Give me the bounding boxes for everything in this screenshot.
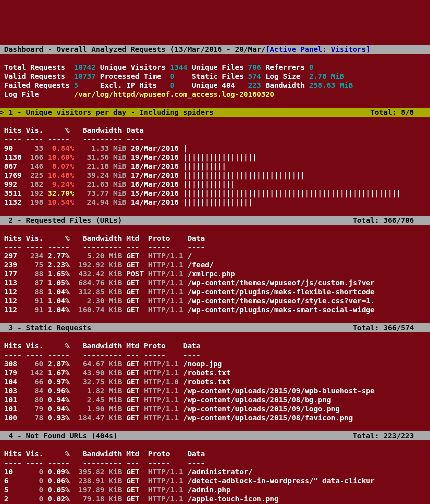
proto: HTTP/1.1 bbox=[148, 252, 188, 260]
proto: HTTP/1.1 bbox=[148, 261, 188, 269]
data: / bbox=[187, 252, 192, 260]
panel-visitors-header[interactable]: > 1 - Unique visitors per day - Includin… bbox=[0, 108, 430, 117]
label-bandwidth: Bandwidth bbox=[261, 81, 309, 89]
pct: 10.54% bbox=[48, 198, 78, 206]
mtd: GET bbox=[126, 414, 144, 422]
panel1-row[interactable]: 90 33 0.84% 1.33 MiB 20/Mar/2016 | bbox=[0, 144, 430, 153]
panel-requested-files-header[interactable]: 2 - Requested Files (URLs) Total: 366/70… bbox=[0, 216, 430, 225]
hits: 308 bbox=[0, 360, 26, 368]
panel-static-requests-header[interactable]: 3 - Static Requests Total: 366/574 bbox=[0, 323, 430, 332]
panel1-row[interactable]: 1138 166 10.60% 31.56 MiB 19/Mar/2016 ||… bbox=[0, 153, 430, 162]
panel-total: Total: 8/8 bbox=[370, 108, 414, 116]
blank bbox=[0, 332, 430, 341]
bw: 432.42 KiB bbox=[74, 270, 126, 278]
panel2-row[interactable]: 112 91 1.04% 2.30 MiB GET HTTP/1.1 /wp-c… bbox=[0, 296, 430, 305]
pct: 0.94% bbox=[48, 396, 74, 404]
panel3-row[interactable]: 179 142 1.67% 43.90 KiB GET HTTP/1.1 /ro… bbox=[0, 368, 430, 377]
proto: HTTP/1.1 bbox=[148, 279, 188, 287]
vis: 225 bbox=[26, 171, 48, 179]
title-bar: Dashboard - Overall Analyzed Requests (1… bbox=[0, 45, 430, 54]
hits: 867 bbox=[0, 162, 26, 170]
vis: 78 bbox=[26, 414, 48, 422]
vis: 91 bbox=[26, 297, 48, 305]
pct: 1.05% bbox=[48, 279, 74, 287]
vis: 0 bbox=[26, 468, 48, 476]
panel2-row[interactable]: 239 75 2.23% 192.92 KiB GET HTTP/1.1 /fe… bbox=[0, 260, 430, 269]
panel1-row[interactable]: 992 182 9.24% 21.63 MiB 16/Mar/2016 ||||… bbox=[0, 180, 430, 189]
panel4-row[interactable]: 6 0 0.06% 238.91 KiB GET HTTP/1.1 /detec… bbox=[0, 476, 430, 485]
hits: 1132 bbox=[0, 198, 26, 206]
value-processed-time: 0 bbox=[170, 72, 187, 80]
panel4-row[interactable]: 5 0 0.05% 197.89 KiB GET HTTP/1.1 /admin… bbox=[0, 485, 430, 494]
panel2-row[interactable]: 112 88 1.04% 312.85 KiB GET HTTP/1.1 /wp… bbox=[0, 287, 430, 296]
panel4-row[interactable]: 2 0 0.02% 79.18 KiB GET HTTP/1.1 /apple-… bbox=[0, 494, 430, 503]
bw: 2.45 MiB bbox=[74, 396, 126, 404]
panel-title: > 1 - Unique visitors per day - Includin… bbox=[0, 108, 214, 116]
bw: 2.30 MiB bbox=[74, 297, 126, 305]
panel2-row[interactable]: 113 87 1.05% 684.76 KiB GET HTTP/1.1 /wp… bbox=[0, 278, 430, 287]
proto: HTTP/1.1 bbox=[148, 486, 188, 494]
bw: 32.75 KiB bbox=[74, 378, 126, 386]
pct: 2.77% bbox=[48, 252, 74, 260]
mtd: GET bbox=[126, 477, 148, 485]
hits: 101 bbox=[0, 405, 26, 413]
date: 14/Mar/2016 bbox=[131, 198, 183, 206]
hits: 104 bbox=[0, 378, 26, 386]
hits: 239 bbox=[0, 261, 26, 269]
vis: 60 bbox=[26, 360, 48, 368]
proto: HTTP/1.0 bbox=[144, 378, 183, 386]
pct: 0.05% bbox=[48, 486, 74, 494]
hits: 101 bbox=[0, 396, 26, 404]
vis: 142 bbox=[26, 369, 48, 377]
mtd: GET bbox=[126, 387, 144, 395]
panel3-row[interactable]: 104 66 0.97% 32.75 KiB GET HTTP/1.0 /rob… bbox=[0, 377, 430, 386]
vis: 66 bbox=[26, 378, 48, 386]
panel3-row[interactable]: 100 78 0.93% 184.47 KiB GET HTTP/1.1 /wp… bbox=[0, 413, 430, 422]
vis: 198 bbox=[26, 198, 48, 206]
data: /wp-content/uploads/2015/09/wpb-bluehost… bbox=[183, 387, 375, 395]
panel-not-found-header[interactable]: 4 - Not Found URLs (404s) Total: 223/223 bbox=[0, 431, 430, 440]
mtd: GET bbox=[126, 288, 148, 296]
date: 16/Mar/2016 bbox=[131, 180, 183, 188]
bw: 160.74 KiB bbox=[74, 306, 126, 314]
bw: 184.47 KiB bbox=[74, 414, 126, 422]
bw: 5.20 MiB bbox=[74, 252, 126, 260]
data: /detect-adblock-in-wordpress/" data-clic… bbox=[187, 477, 374, 485]
pct: 0.02% bbox=[48, 495, 74, 503]
panel2-row[interactable]: 297 234 2.77% 5.20 MiB GET HTTP/1.1 / bbox=[0, 252, 430, 260]
panel1-row[interactable]: 3511 192 32.70% 73.77 MiB 15/Mar/2016 ||… bbox=[0, 189, 430, 198]
proto: HTTP/1.1 bbox=[148, 270, 188, 278]
value-referrers: 0 bbox=[309, 63, 314, 71]
panel3-row[interactable]: 101 80 0.94% 2.45 MiB GET HTTP/1.1 /wp-c… bbox=[0, 395, 430, 404]
mtd: GET bbox=[126, 252, 148, 260]
vis: 88 bbox=[26, 288, 48, 296]
overall-row-3: Failed Requests 5 Excl. IP Hits 0 Unique… bbox=[0, 81, 430, 90]
panel1-dashes: ---- ---- ----- --------- ---- bbox=[0, 135, 144, 143]
data: /wp-content/plugins/meks-flexible-shortc… bbox=[187, 288, 374, 296]
data: /wp-content/themes/wpuseof/js/custom.js?… bbox=[187, 279, 374, 287]
panel1-row[interactable]: 867 146 8.07% 21.18 MiB 18/Mar/2016 ||||… bbox=[0, 162, 430, 171]
panel4-row[interactable]: 10 0 0.09% 395.82 KiB GET HTTP/1.1 /admi… bbox=[0, 467, 430, 476]
panel1-row[interactable]: 1132 198 10.54% 24.94 MiB 14/Mar/2016 ||… bbox=[0, 198, 430, 207]
panel3-row[interactable]: 308 60 2.87% 64.67 KiB GET HTTP/1.1 /noo… bbox=[0, 359, 430, 368]
vis: 75 bbox=[26, 261, 48, 269]
bw: 395.82 KiB bbox=[74, 468, 126, 476]
panel4-col-row: Hits Vis. % Bandwidth Mtd Proto Data bbox=[0, 449, 430, 458]
panel4-columns: Hits Vis. % Bandwidth Mtd Proto Data bbox=[0, 450, 205, 458]
panel1-row[interactable]: 1769 225 16.48% 39.24 MiB 17/Mar/2016 ||… bbox=[0, 171, 430, 180]
hits: 179 bbox=[0, 369, 26, 377]
data: /robots.txt bbox=[183, 378, 231, 386]
overall-row-4: Log File /var/log/httpd/wpuseof.com_acce… bbox=[0, 90, 430, 99]
hits: 103 bbox=[0, 387, 26, 395]
proto: HTTP/1.1 bbox=[148, 297, 188, 305]
label-referrers: Referrers bbox=[261, 63, 309, 71]
label-processed-time: Processed Time bbox=[96, 72, 170, 80]
panel3-row[interactable]: 101 79 0.94% 1.90 MiB GET HTTP/1.1 /wp-c… bbox=[0, 404, 430, 413]
mtd: POST bbox=[126, 270, 148, 278]
panel3-row[interactable]: 103 84 0.96% 1.82 MiB GET HTTP/1.1 /wp-c… bbox=[0, 386, 430, 395]
panel2-row[interactable]: 177 88 1.65% 432.42 KiB POST HTTP/1.1 /x… bbox=[0, 269, 430, 278]
label-unique-files: Unique Files bbox=[187, 63, 248, 71]
panel2-row[interactable]: 112 91 1.04% 160.74 KiB GET HTTP/1.1 /wp… bbox=[0, 305, 430, 314]
proto: HTTP/1.1 bbox=[144, 396, 183, 404]
vis: 146 bbox=[26, 162, 48, 170]
